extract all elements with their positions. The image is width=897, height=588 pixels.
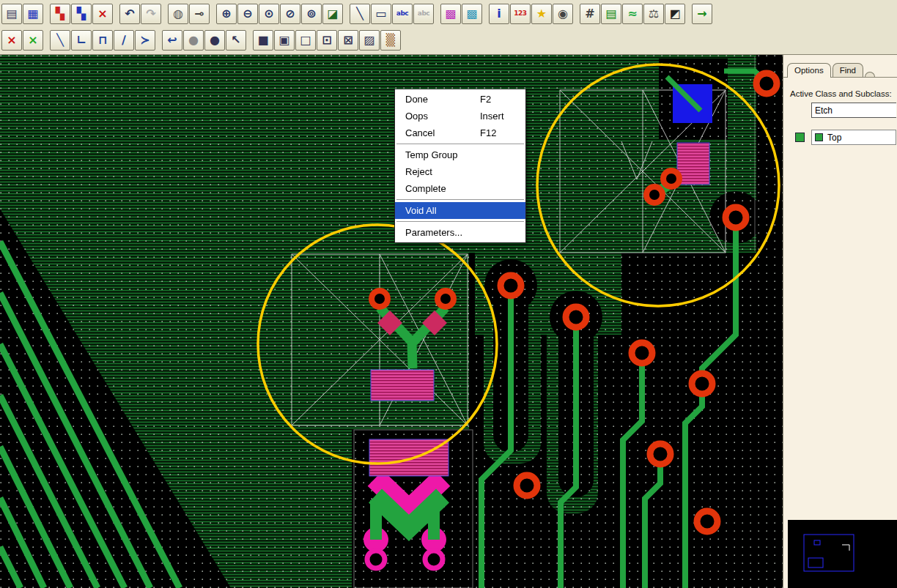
color-layer-icon[interactable]: ▩ (462, 4, 482, 24)
shadow-icon[interactable]: ◍ (168, 4, 188, 24)
subclass-row: Top (783, 130, 897, 145)
custom-smooth-icon[interactable]: ⊓ (92, 30, 113, 51)
zoom-world-icon-glyph: ⊙ (264, 8, 273, 20)
zoom-fit-icon[interactable]: ⊚ (301, 4, 322, 24)
shove-icon[interactable]: ↩ (162, 30, 182, 51)
highlight-icon-glyph: ★ (536, 8, 547, 20)
show-measure-icon[interactable]: 123 (510, 4, 531, 24)
swap-red-icon[interactable]: ▚ (50, 4, 70, 24)
class-select[interactable]: Etch (811, 103, 896, 118)
swap-blue-icon[interactable]: ▚ (71, 4, 92, 24)
fill-dot-icon[interactable]: ⊡ (317, 30, 337, 51)
fill-cross-icon[interactable]: ⊠ (338, 30, 358, 51)
swap-blue-icon-glyph: ▚ (77, 8, 86, 20)
zoom-out-icon-glyph: ⊖ (243, 8, 252, 20)
menu-item-complete[interactable]: Complete (395, 180, 525, 197)
delete-icon[interactable]: × (92, 4, 113, 24)
preview-marker (842, 545, 849, 551)
fill-dither-icon[interactable]: ▒ (380, 30, 401, 51)
highlight-icon[interactable]: ★ (531, 4, 552, 24)
save-icon[interactable]: ▦ (23, 4, 43, 24)
layers-icon[interactable]: ▤ (601, 4, 621, 24)
add-text-icon[interactable]: abc (392, 4, 413, 24)
rats-all-icon-glyph: × (28, 34, 37, 46)
cursor-icon-glyph: ↖ (231, 34, 240, 46)
hatched-pad-large (369, 439, 448, 476)
rats-all-icon[interactable]: × (23, 30, 43, 51)
grid-toggle-icon[interactable]: # (580, 4, 600, 24)
fill-solid-icon[interactable]: ■ (253, 30, 273, 51)
fill-hatch-icon[interactable]: ▨ (359, 30, 380, 51)
menu-item-cancel[interactable]: CancelF12 (395, 124, 525, 141)
slide-icon[interactable]: ∟ (71, 30, 92, 51)
shadow-icon-glyph: ◍ (173, 8, 183, 20)
circle-icon[interactable]: ● (204, 30, 225, 51)
pcb-canvas[interactable] (0, 55, 783, 588)
contrast-icon[interactable]: ◩ (665, 4, 685, 24)
redo-icon[interactable]: ↷ (141, 4, 161, 24)
menu-item-void-all[interactable]: Void All (395, 202, 525, 219)
pcb-drawing[interactable] (0, 55, 783, 588)
dehighlight-icon[interactable]: ◉ (553, 4, 573, 24)
export-icon[interactable]: → (692, 4, 712, 24)
magenta-ring (367, 551, 385, 568)
undo-icon[interactable]: ↶ (119, 4, 140, 24)
zoom-previous-icon-glyph: ⊘ (285, 8, 295, 20)
fill-solid-icon-glyph: ■ (257, 34, 268, 46)
unrats-all-icon[interactable]: × (1, 30, 22, 51)
subclass-select[interactable]: Top (811, 130, 896, 145)
fill-rounded-icon-glyph: ▣ (278, 34, 289, 46)
menu-item-done[interactable]: DoneF2 (395, 91, 525, 108)
add-connect-icon[interactable]: ╲ (50, 30, 70, 51)
tab-partial[interactable] (865, 72, 875, 77)
swap-red-icon-glyph: ▚ (56, 8, 64, 20)
cursor-icon[interactable]: ↖ (226, 30, 246, 51)
zoom-out-icon[interactable]: ⊖ (237, 4, 258, 24)
waveform-icon-glyph: ≈ (627, 8, 637, 20)
zoom-fit-icon-glyph: ⊚ (306, 8, 316, 20)
shadow-board-icon[interactable]: ◪ (322, 4, 343, 24)
via (566, 307, 586, 327)
ellipse-icon[interactable]: ● (183, 30, 204, 51)
fill-hatch-icon-glyph: ▨ (363, 34, 374, 46)
add-line-icon[interactable]: ╲ (350, 4, 370, 24)
menu-item-oops[interactable]: OopsInsert (395, 108, 525, 124)
tab-find[interactable]: Find (833, 63, 863, 77)
small-via (646, 187, 662, 203)
open-icon[interactable]: ▤ (1, 4, 22, 24)
menu-item-reject[interactable]: Reject (395, 163, 525, 180)
waveform-icon[interactable]: ≈ (622, 4, 643, 24)
menu-item-temp-group[interactable]: Temp Group (395, 146, 525, 163)
color-dialog-icon-glyph: ▩ (445, 8, 456, 20)
edit-text-icon[interactable]: abc (413, 4, 434, 24)
delay-tune-icon[interactable]: ≻ (135, 30, 155, 51)
unrats-all-icon-glyph: × (7, 34, 16, 46)
add-connect-icon-glyph: ╲ (56, 34, 64, 46)
zoom-in-icon[interactable]: ⊕ (216, 4, 237, 24)
options-panel-body: Active Class and Subclass: Etch Top (783, 89, 897, 145)
trace-stub (370, 500, 382, 540)
zoom-previous-icon[interactable]: ⊘ (280, 4, 300, 24)
menu-item-shortcut: F2 (480, 94, 518, 105)
add-rect-icon[interactable]: ▭ (371, 4, 391, 24)
fill-rounded-icon[interactable]: ▣ (274, 30, 295, 51)
tab-options[interactable]: Options (787, 63, 831, 78)
pin-icon[interactable]: ⊸ (189, 4, 210, 24)
ellipse-icon-glyph: ● (188, 34, 199, 46)
menu-item-parameters[interactable]: Parameters... (395, 224, 525, 241)
show-measure-icon-glyph: 123 (514, 10, 526, 17)
fill-outline-icon-glyph: □ (300, 34, 311, 46)
menu-item-label: Parameters... (405, 227, 462, 238)
view-preview-pane[interactable] (788, 520, 897, 588)
fill-outline-icon[interactable]: □ (295, 30, 316, 51)
show-element-icon[interactable]: i (489, 4, 509, 24)
color-dialog-icon[interactable]: ▩ (440, 4, 461, 24)
via (756, 73, 777, 94)
fill-dither-icon-glyph: ▒ (386, 34, 395, 46)
zoom-world-icon[interactable]: ⊙ (259, 4, 279, 24)
menu-separator (396, 199, 524, 200)
vertex-icon[interactable]: ∕ (114, 30, 134, 51)
subclass-visibility-swatch[interactable] (795, 133, 805, 142)
scale-icon[interactable]: ⚖ (643, 4, 664, 24)
class-value: Etch (815, 105, 833, 116)
